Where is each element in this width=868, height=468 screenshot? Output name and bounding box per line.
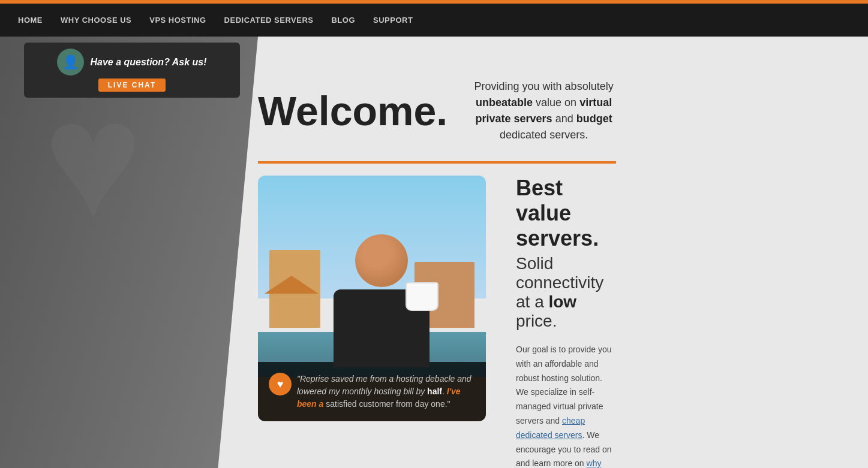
- nav-support[interactable]: SUPPORT: [373, 16, 413, 25]
- welcome-desc-part1: Providing you with absolutely: [474, 80, 614, 92]
- nav-dedicated-servers[interactable]: DEDICATED SERVERS: [224, 16, 314, 25]
- lower-section: ♥ "Reprise saved me from a hosting debac…: [0, 164, 868, 468]
- welcome-description: Providing you with absolutely unbeatable…: [471, 78, 616, 143]
- building-roof-left: [265, 276, 319, 294]
- welcome-title: Welcome.: [258, 87, 447, 134]
- live-chat-question: Have a question? Ask us!: [90, 57, 206, 68]
- testimonial-overlay: ♥ "Reprise saved me from a hosting debac…: [258, 362, 486, 421]
- main-navigation: HOME WHY CHOOSE US VPS HOSTING DEDICATED…: [0, 4, 868, 37]
- main-content-wrapper: ♥ 👤 Have a question? Ask us! LIVE CHAT W…: [0, 37, 868, 468]
- welcome-unbeatable: unbeatable: [476, 96, 533, 108]
- servers-subtitle: Solid connectivity at a low price.: [516, 254, 616, 331]
- content-area: Welcome. Providing you with absolutely u…: [0, 37, 868, 468]
- testimonial-text: "Reprise saved me from a hosting debacle…: [297, 374, 471, 409]
- person-figure: [334, 234, 430, 367]
- welcome-budget: budget: [576, 113, 612, 125]
- live-chat-button[interactable]: LIVE CHAT: [98, 78, 166, 92]
- nav-vps-hosting[interactable]: VPS HOSTING: [149, 16, 206, 25]
- description-paragraph-1: Our goal is to provide you with an affor…: [516, 343, 616, 468]
- servers-title: Best value servers.: [516, 176, 616, 251]
- nav-why-choose-us[interactable]: WHY CHOOSE US: [61, 16, 131, 25]
- testimonial-heart-icon: ♥: [269, 373, 292, 395]
- nav-home[interactable]: HOME: [18, 16, 43, 25]
- right-content: Best value servers. Solid connectivity a…: [516, 176, 616, 468]
- live-chat-avatar: 👤: [57, 49, 84, 76]
- live-chat-widget[interactable]: 👤 Have a question? Ask us! LIVE CHAT: [24, 43, 240, 98]
- testimonial-part2: .: [442, 387, 447, 396]
- coffee-cup-shape: [406, 282, 438, 311]
- nav-blog[interactable]: BLOG: [331, 16, 355, 25]
- photo-container: ♥ "Reprise saved me from a hosting debac…: [258, 176, 486, 421]
- welcome-desc-part3: and: [552, 113, 576, 125]
- welcome-desc-part4: dedicated servers.: [500, 129, 588, 141]
- testimonial-part3: satisfied customer from day one.": [323, 399, 450, 409]
- live-chat-top: 👤 Have a question? Ask us!: [57, 49, 206, 76]
- subtitle-part2: price.: [516, 312, 557, 330]
- welcome-desc-part2: value on: [533, 96, 579, 108]
- testimonial-half: half: [427, 387, 442, 396]
- person-head-shape: [355, 234, 408, 287]
- desc1-part1: Our goal is to provide you with an affor…: [516, 345, 612, 425]
- subtitle-low: low: [548, 292, 576, 311]
